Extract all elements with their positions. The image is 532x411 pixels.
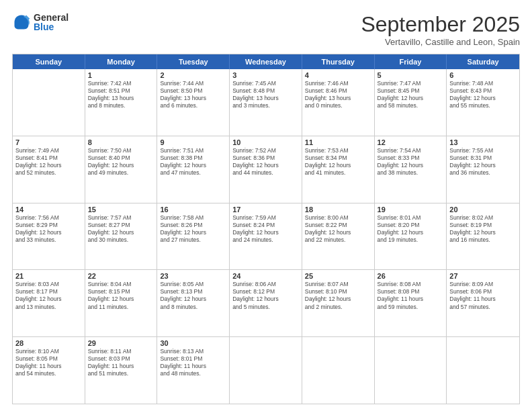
- day-cell-16: 16Sunrise: 7:58 AM Sunset: 8:26 PM Dayli…: [157, 203, 230, 270]
- day-cell-15: 15Sunrise: 7:57 AM Sunset: 8:27 PM Dayli…: [85, 203, 158, 270]
- day-info: Sunrise: 8:07 AM Sunset: 8:10 PM Dayligh…: [305, 281, 371, 310]
- day-info: Sunrise: 7:51 AM Sunset: 8:38 PM Dayligh…: [160, 147, 226, 177]
- logo: General Blue: [12, 12, 69, 32]
- day-number: 6: [449, 71, 517, 79]
- day-cell-23: 23Sunrise: 8:05 AM Sunset: 8:13 PM Dayli…: [157, 270, 230, 336]
- day-number: 9: [160, 138, 226, 146]
- week-row-5: 28Sunrise: 8:10 AM Sunset: 8:05 PM Dayli…: [13, 337, 519, 404]
- day-info: Sunrise: 7:58 AM Sunset: 8:26 PM Dayligh…: [160, 214, 226, 244]
- day-number: 17: [232, 205, 299, 214]
- day-cell-1: 1Sunrise: 7:42 AM Sunset: 8:51 PM Daylig…: [85, 69, 158, 136]
- day-header-thursday: Thursday: [302, 54, 375, 69]
- day-cell-17: 17Sunrise: 7:59 AM Sunset: 8:24 PM Dayli…: [230, 203, 302, 270]
- day-info: Sunrise: 7:44 AM Sunset: 8:50 PM Dayligh…: [160, 80, 226, 109]
- subtitle: Vertavillo, Castille and Leon, Spain: [361, 37, 520, 47]
- month-title: September 2025: [361, 12, 520, 37]
- day-cell-3: 3Sunrise: 7:45 AM Sunset: 8:48 PM Daylig…: [230, 69, 302, 136]
- day-cell-2: 2Sunrise: 7:44 AM Sunset: 8:50 PM Daylig…: [157, 69, 230, 136]
- day-number: 10: [232, 138, 299, 146]
- day-cell-empty: [13, 69, 85, 136]
- day-info: Sunrise: 7:49 AM Sunset: 8:41 PM Dayligh…: [15, 147, 82, 177]
- day-number: 8: [88, 138, 154, 146]
- day-info: Sunrise: 8:02 AM Sunset: 8:19 PM Dayligh…: [449, 214, 517, 244]
- title-block: September 2025 Vertavillo, Castille and …: [361, 12, 520, 47]
- day-info: Sunrise: 7:46 AM Sunset: 8:46 PM Dayligh…: [305, 80, 371, 109]
- day-cell-10: 10Sunrise: 7:52 AM Sunset: 8:36 PM Dayli…: [230, 136, 302, 203]
- day-number: 13: [449, 138, 517, 146]
- day-info: Sunrise: 8:08 AM Sunset: 8:08 PM Dayligh…: [378, 281, 444, 310]
- day-number: 25: [305, 272, 371, 280]
- day-info: Sunrise: 7:42 AM Sunset: 8:51 PM Dayligh…: [88, 80, 154, 109]
- day-cell-empty: [302, 337, 375, 404]
- day-cell-12: 12Sunrise: 7:54 AM Sunset: 8:33 PM Dayli…: [375, 136, 447, 203]
- day-number: 4: [305, 71, 371, 79]
- day-header-monday: Monday: [85, 54, 158, 69]
- day-cell-7: 7Sunrise: 7:49 AM Sunset: 8:41 PM Daylig…: [13, 136, 85, 203]
- day-cell-28: 28Sunrise: 8:10 AM Sunset: 8:05 PM Dayli…: [13, 337, 85, 404]
- week-row-1: 1Sunrise: 7:42 AM Sunset: 8:51 PM Daylig…: [13, 69, 519, 136]
- day-number: 7: [15, 138, 82, 146]
- day-cell-empty: [375, 337, 447, 404]
- day-info: Sunrise: 8:09 AM Sunset: 8:06 PM Dayligh…: [449, 281, 517, 310]
- week-row-2: 7Sunrise: 7:49 AM Sunset: 8:41 PM Daylig…: [13, 136, 519, 203]
- day-cell-22: 22Sunrise: 8:04 AM Sunset: 8:15 PM Dayli…: [85, 270, 158, 336]
- day-cell-29: 29Sunrise: 8:11 AM Sunset: 8:03 PM Dayli…: [85, 337, 158, 404]
- logo-icon: [12, 13, 31, 32]
- day-number: 30: [160, 339, 226, 347]
- day-number: 14: [15, 205, 82, 214]
- day-header-friday: Friday: [375, 54, 447, 69]
- page: General Blue September 2025 Vertavillo, …: [0, 0, 532, 411]
- day-cell-6: 6Sunrise: 7:48 AM Sunset: 8:43 PM Daylig…: [447, 69, 519, 136]
- day-number: 2: [160, 71, 226, 79]
- day-cell-25: 25Sunrise: 8:07 AM Sunset: 8:10 PM Dayli…: [302, 270, 375, 336]
- day-cell-empty: [447, 337, 519, 404]
- day-number: 5: [378, 71, 444, 79]
- day-cell-empty: [230, 337, 302, 404]
- day-info: Sunrise: 7:47 AM Sunset: 8:45 PM Dayligh…: [378, 80, 444, 109]
- day-info: Sunrise: 7:45 AM Sunset: 8:48 PM Dayligh…: [232, 80, 299, 109]
- day-info: Sunrise: 7:55 AM Sunset: 8:31 PM Dayligh…: [449, 147, 517, 177]
- day-number: 1: [88, 71, 154, 79]
- day-info: Sunrise: 8:06 AM Sunset: 8:12 PM Dayligh…: [232, 281, 299, 310]
- day-info: Sunrise: 7:50 AM Sunset: 8:40 PM Dayligh…: [88, 147, 154, 177]
- day-cell-20: 20Sunrise: 8:02 AM Sunset: 8:19 PM Dayli…: [447, 203, 519, 270]
- day-info: Sunrise: 7:59 AM Sunset: 8:24 PM Dayligh…: [232, 214, 299, 244]
- day-info: Sunrise: 7:56 AM Sunset: 8:29 PM Dayligh…: [15, 214, 82, 244]
- day-number: 11: [305, 138, 371, 146]
- day-cell-26: 26Sunrise: 8:08 AM Sunset: 8:08 PM Dayli…: [375, 270, 447, 336]
- day-cell-27: 27Sunrise: 8:09 AM Sunset: 8:06 PM Dayli…: [447, 270, 519, 336]
- weeks: 1Sunrise: 7:42 AM Sunset: 8:51 PM Daylig…: [13, 69, 519, 404]
- day-info: Sunrise: 8:00 AM Sunset: 8:22 PM Dayligh…: [305, 214, 371, 244]
- day-cell-11: 11Sunrise: 7:53 AM Sunset: 8:34 PM Dayli…: [302, 136, 375, 203]
- logo-text: General Blue: [34, 12, 69, 32]
- day-number: 23: [160, 272, 226, 280]
- day-info: Sunrise: 8:01 AM Sunset: 8:20 PM Dayligh…: [378, 214, 444, 244]
- day-number: 20: [449, 205, 517, 214]
- day-number: 27: [449, 272, 517, 280]
- day-number: 29: [88, 339, 154, 347]
- day-number: 28: [15, 339, 82, 347]
- day-number: 19: [378, 205, 444, 214]
- day-info: Sunrise: 8:11 AM Sunset: 8:03 PM Dayligh…: [88, 348, 154, 377]
- day-info: Sunrise: 7:52 AM Sunset: 8:36 PM Dayligh…: [232, 147, 299, 177]
- day-number: 22: [88, 272, 154, 280]
- day-cell-13: 13Sunrise: 7:55 AM Sunset: 8:31 PM Dayli…: [447, 136, 519, 203]
- day-cell-9: 9Sunrise: 7:51 AM Sunset: 8:38 PM Daylig…: [157, 136, 230, 203]
- day-info: Sunrise: 8:03 AM Sunset: 8:17 PM Dayligh…: [15, 281, 82, 310]
- day-cell-30: 30Sunrise: 8:13 AM Sunset: 8:01 PM Dayli…: [157, 337, 230, 404]
- day-header-saturday: Saturday: [447, 54, 519, 69]
- day-number: 21: [15, 272, 82, 280]
- day-info: Sunrise: 8:05 AM Sunset: 8:13 PM Dayligh…: [160, 281, 226, 310]
- day-cell-14: 14Sunrise: 7:56 AM Sunset: 8:29 PM Dayli…: [13, 203, 85, 270]
- day-info: Sunrise: 8:10 AM Sunset: 8:05 PM Dayligh…: [15, 348, 82, 377]
- day-number: 26: [378, 272, 444, 280]
- day-number: 24: [232, 272, 299, 280]
- day-info: Sunrise: 8:04 AM Sunset: 8:15 PM Dayligh…: [88, 281, 154, 310]
- day-headers: SundayMondayTuesdayWednesdayThursdayFrid…: [13, 54, 519, 69]
- day-number: 15: [88, 205, 154, 214]
- calendar: SundayMondayTuesdayWednesdayThursdayFrid…: [12, 54, 520, 404]
- day-info: Sunrise: 7:54 AM Sunset: 8:33 PM Dayligh…: [378, 147, 444, 177]
- day-cell-4: 4Sunrise: 7:46 AM Sunset: 8:46 PM Daylig…: [302, 69, 375, 136]
- day-info: Sunrise: 7:48 AM Sunset: 8:43 PM Dayligh…: [449, 80, 517, 109]
- day-number: 3: [232, 71, 299, 79]
